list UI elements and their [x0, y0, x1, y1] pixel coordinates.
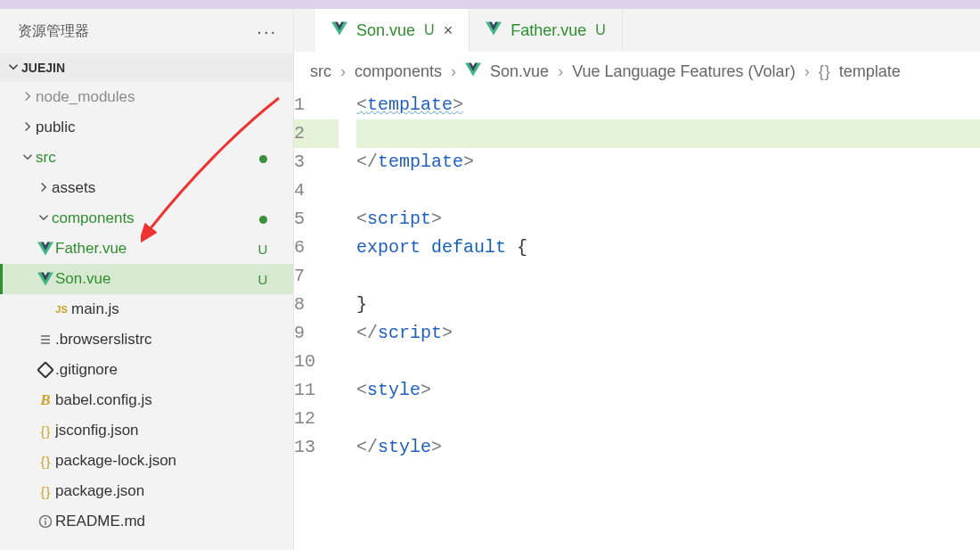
file-main-js[interactable]: . JS main.js	[0, 294, 293, 324]
breadcrumb[interactable]: src › components › Son.vue › Vue Languag…	[294, 52, 980, 91]
file-tree: node_modules public src assets	[0, 82, 293, 550]
untracked-badge: U	[254, 272, 272, 287]
code-line[interactable]: </style>	[356, 433, 980, 462]
js-icon: JS	[52, 304, 71, 315]
file-babel-config[interactable]: . B babel.config.js	[0, 385, 293, 415]
chevron-right-icon: ›	[451, 62, 456, 81]
chevron-down-icon	[20, 149, 36, 167]
file-gitignore[interactable]: . .gitignore	[0, 355, 293, 385]
tab-father-vue[interactable]: Father.vue U	[470, 9, 623, 52]
main-layout: 资源管理器 ··· JUEJIN node_modules public	[0, 9, 980, 550]
babel-icon: B	[36, 391, 55, 409]
braces-icon: { }	[819, 62, 830, 81]
file-label: Son.vue	[55, 270, 254, 288]
untracked-badge: U	[595, 22, 606, 38]
line-gutter: 1 2 3 4 5 6 7 8 9 10 11 12 13	[294, 91, 356, 550]
folder-label: src	[36, 149, 254, 167]
file-son-vue[interactable]: . Son.vue U	[0, 264, 293, 294]
code-line[interactable]: </template>	[356, 148, 980, 176]
svg-rect-2	[45, 521, 46, 525]
json-icon: { }	[36, 484, 55, 499]
vue-icon	[486, 21, 502, 40]
crumb-template[interactable]: template	[839, 62, 901, 81]
folder-label: public	[36, 119, 272, 136]
folder-label: node_modules	[36, 88, 272, 106]
chevron-right-icon: ›	[340, 62, 346, 81]
config-icon	[36, 333, 55, 346]
code-line[interactable]: export default {	[356, 234, 980, 262]
json-icon: { }	[36, 423, 55, 439]
crumb-components[interactable]: components	[355, 62, 442, 81]
svg-point-1	[45, 518, 46, 520]
folder-src[interactable]: src	[0, 143, 293, 173]
close-icon[interactable]: ×	[444, 21, 453, 40]
file-label: babel.config.js	[55, 391, 272, 409]
json-icon: { }	[36, 454, 55, 469]
tab-label: Father.vue	[510, 21, 586, 40]
code-editor[interactable]: 1 2 3 4 5 6 7 8 9 10 11 12 13 <template>	[294, 91, 980, 550]
file-label: main.js	[71, 300, 272, 318]
code-line[interactable]: <style>	[356, 376, 980, 405]
file-label: package-lock.json	[55, 452, 272, 470]
folder-label: components	[52, 209, 254, 227]
window-titlebar	[0, 0, 980, 9]
code-line[interactable]: <template>	[356, 91, 980, 119]
workspace-name: JUEJIN	[21, 61, 65, 75]
chevron-right-icon	[36, 179, 52, 197]
folder-node-modules[interactable]: node_modules	[0, 82, 293, 112]
info-icon	[36, 514, 55, 529]
file-label: .browserslistrc	[55, 331, 272, 349]
chevron-right-icon: ›	[558, 62, 563, 81]
editor-area: Son.vue U × Father.vue U src › component…	[294, 9, 980, 550]
modified-dot-icon	[254, 151, 272, 166]
chevron-right-icon	[20, 88, 36, 106]
tab-son-vue[interactable]: Son.vue U ×	[315, 9, 470, 52]
folder-public[interactable]: public	[0, 112, 293, 143]
file-label: Father.vue	[55, 240, 254, 258]
file-label: package.json	[55, 482, 272, 500]
editor-tabs: Son.vue U × Father.vue U	[294, 9, 980, 52]
code-line[interactable]	[356, 348, 980, 376]
chevron-down-icon	[5, 61, 21, 75]
folder-components[interactable]: components	[0, 203, 293, 234]
code-line-current[interactable]	[356, 119, 980, 148]
file-package-json[interactable]: . { } package.json	[0, 476, 293, 506]
explorer-title: 资源管理器	[18, 22, 89, 41]
vue-icon	[36, 272, 55, 286]
file-father-vue[interactable]: . Father.vue U	[0, 234, 293, 264]
code-line[interactable]: }	[356, 291, 980, 319]
untracked-badge: U	[424, 22, 435, 38]
file-browserslistrc[interactable]: . .browserslistrc	[0, 324, 293, 355]
code-lines[interactable]: <template> </template> <script> export d…	[356, 91, 980, 550]
folder-label: assets	[52, 179, 272, 197]
code-line[interactable]: <script>	[356, 205, 980, 234]
explorer-sidebar: 资源管理器 ··· JUEJIN node_modules public	[0, 9, 294, 550]
vue-icon	[465, 62, 481, 81]
git-icon	[36, 364, 55, 376]
file-jsconfig[interactable]: . { } jsconfig.json	[0, 415, 293, 446]
file-label: .gitignore	[55, 361, 272, 379]
vue-icon	[331, 21, 347, 40]
vue-icon	[36, 242, 55, 256]
code-line[interactable]	[356, 176, 980, 205]
file-readme[interactable]: . README.md	[0, 506, 293, 537]
crumb-src[interactable]: src	[310, 62, 331, 81]
chevron-right-icon: ›	[804, 62, 810, 81]
code-line[interactable]: </script>	[356, 319, 980, 348]
crumb-file[interactable]: Son.vue	[490, 62, 549, 81]
tab-label: Son.vue	[356, 21, 415, 40]
workspace-header[interactable]: JUEJIN	[0, 53, 293, 82]
more-actions-icon[interactable]: ···	[257, 21, 277, 42]
untracked-badge: U	[254, 242, 272, 257]
chevron-down-icon	[36, 209, 52, 227]
file-label: README.md	[55, 513, 272, 530]
explorer-header: 资源管理器 ···	[0, 9, 293, 53]
folder-assets[interactable]: assets	[0, 173, 293, 203]
file-label: jsconfig.json	[55, 422, 272, 439]
code-line[interactable]	[356, 405, 980, 433]
file-package-lock[interactable]: . { } package-lock.json	[0, 446, 293, 476]
modified-dot-icon	[254, 211, 272, 226]
code-line[interactable]	[356, 262, 980, 291]
crumb-volar[interactable]: Vue Language Features (Volar)	[572, 62, 796, 81]
chevron-right-icon	[20, 119, 36, 136]
